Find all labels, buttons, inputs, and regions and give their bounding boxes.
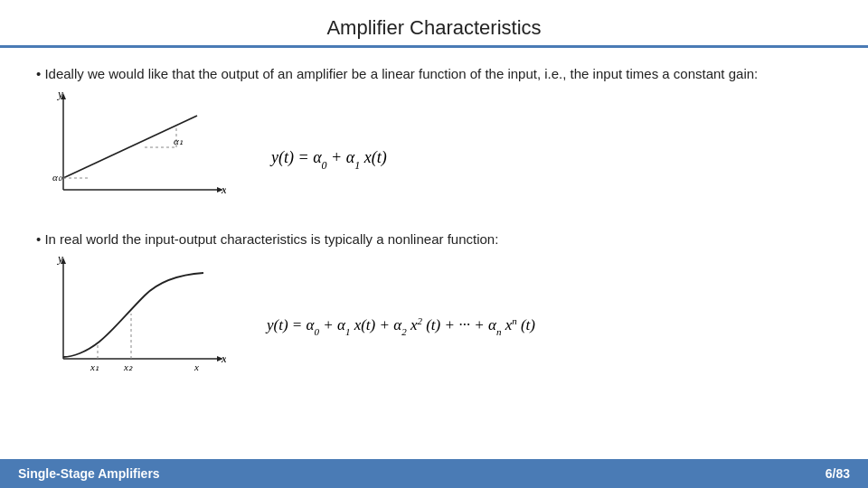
formula-2-svg: y(t) = α0 + α1 x(t) + α2 x2 (t) + ··· + … — [262, 296, 606, 350]
nonlinear-graph: x y x₁ x₂ x — [36, 255, 226, 389]
formula-1-svg: y(t) = α0 + α1 x(t) — [262, 128, 515, 183]
page-header: Amplifier Characteristics — [0, 0, 868, 45]
main-content: • Ideally we would like that the output … — [0, 48, 868, 488]
section-2-row: x y x₁ x₂ x — [36, 255, 832, 389]
svg-text:α₁: α₁ — [174, 136, 183, 146]
svg-text:x₁: x₁ — [90, 361, 99, 372]
page: Amplifier Characteristics • Ideally we w… — [0, 0, 868, 488]
svg-text:y: y — [56, 255, 63, 265]
page-title: Amplifier Characteristics — [0, 16, 868, 40]
linear-graph-svg: x y α₀ α₁ — [36, 90, 226, 217]
svg-text:α₀: α₀ — [52, 172, 62, 183]
formula-1: y(t) = α0 + α1 x(t) — [262, 128, 515, 183]
section-1-text: • Ideally we would like that the output … — [36, 64, 832, 85]
svg-text:x: x — [193, 361, 199, 372]
section-1-row: x y α₀ α₁ — [36, 90, 832, 221]
svg-text:y(t) = α0
               + α1
: y(t) = α0 + α1 x(t) — [269, 148, 387, 172]
linear-graph: x y α₀ α₁ — [36, 90, 226, 221]
footer: Single-Stage Amplifiers 6/83 — [0, 459, 868, 488]
footer-title: Single-Stage Amplifiers — [18, 466, 160, 481]
svg-text:y(t) = α0
               + α1
: y(t) = α0 + α1 x(t) + α2 x2 (t) + ··· + … — [265, 315, 535, 337]
section-1: • Ideally we would like that the output … — [36, 64, 832, 221]
svg-text:x: x — [221, 352, 226, 365]
section-2: • In real world the input-output charact… — [36, 230, 832, 390]
svg-text:x: x — [221, 183, 226, 196]
formula-2: y(t) = α0 + α1 x(t) + α2 x2 (t) + ··· + … — [262, 296, 606, 350]
nonlinear-graph-svg: x y x₁ x₂ x — [36, 255, 226, 386]
footer-page: 6/83 — [826, 466, 850, 481]
svg-text:x₂: x₂ — [123, 361, 133, 372]
svg-text:y: y — [56, 90, 63, 100]
svg-line-6 — [63, 116, 197, 178]
section-2-text: • In real world the input-output charact… — [36, 230, 832, 250]
